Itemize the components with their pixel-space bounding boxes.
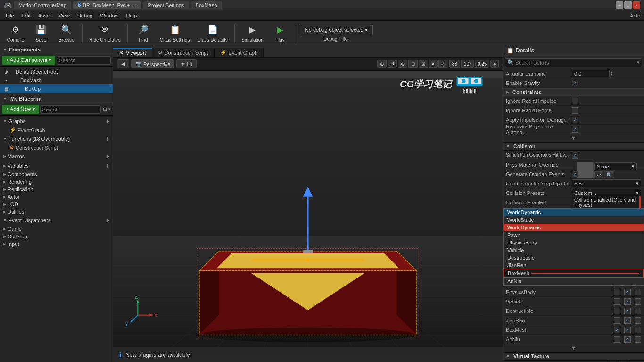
- menu-debug[interactable]: Debug: [74, 12, 96, 19]
- bp-group-components[interactable]: ▶ Components: [0, 170, 113, 178]
- bp-group-macros[interactable]: ▶ Macros +: [0, 152, 113, 161]
- class-defaults-button[interactable]: 📄 Class Defaults: [195, 21, 231, 44]
- dropdown-vehicle[interactable]: Vehicle: [504, 246, 644, 254]
- bp-group-functions[interactable]: ▼ Functions (18 Overridable) +: [0, 134, 113, 143]
- blueprint-search-input[interactable]: [42, 107, 99, 112]
- generate-overlap-checkbox[interactable]: ✓: [572, 171, 578, 177]
- jr-cb2[interactable]: ✓: [624, 317, 631, 324]
- vp-icon-6[interactable]: ●: [429, 60, 438, 68]
- macros-add-button[interactable]: +: [106, 152, 110, 160]
- dropdown-physicsbody[interactable]: PhysicsBody: [504, 239, 644, 246]
- dest-cb3[interactable]: [635, 308, 641, 314]
- menu-edit[interactable]: Edit: [18, 12, 34, 19]
- details-search-input[interactable]: [515, 60, 637, 66]
- blueprint-search[interactable]: [40, 105, 101, 114]
- bp-construction-script[interactable]: ⚙ ConstructionScript: [0, 143, 113, 152]
- details-search[interactable]: 🔍 ▾: [505, 58, 642, 67]
- sim-hit-checkbox[interactable]: ✓: [572, 152, 578, 159]
- find-button[interactable]: 🔎 Find: [132, 21, 155, 44]
- tab-close-bp[interactable]: ×: [133, 2, 136, 8]
- vp-icon-lod[interactable]: 4: [490, 60, 499, 68]
- component-row-boxup[interactable]: ▦ BoxUp: [0, 84, 113, 93]
- search-options-icon[interactable]: ▾: [637, 59, 640, 66]
- bp-group-game[interactable]: ▶ Game: [0, 225, 113, 233]
- dropdown-anniu[interactable]: AnNiu: [504, 278, 644, 285]
- minimize-button[interactable]: ─: [616, 1, 623, 9]
- dropdown-jianren[interactable]: JianRen: [504, 261, 644, 269]
- bp-group-utilities[interactable]: ▶ Utilities: [0, 208, 113, 216]
- tab-motion-controller[interactable]: MotionControllerMap: [14, 1, 71, 9]
- vp-icon-4[interactable]: ⊡: [408, 60, 418, 68]
- add-component-button[interactable]: + Add Component ▾: [2, 56, 55, 65]
- can-step-dropdown[interactable]: Yes ▾: [572, 179, 641, 187]
- browse-button[interactable]: 🔍 Browse: [55, 21, 78, 44]
- veh-cb1[interactable]: [614, 298, 620, 305]
- bp-group-lod[interactable]: ▶ LOD: [0, 201, 113, 208]
- components-header[interactable]: ▼ Components: [0, 45, 113, 54]
- vp-icon-1[interactable]: ⊕: [377, 60, 387, 68]
- component-search-input[interactable]: [59, 58, 108, 63]
- veh-cb2[interactable]: ✓: [624, 298, 631, 305]
- debug-object-button[interactable]: No debug object selected ▾: [300, 25, 373, 35]
- constraints-section[interactable]: ▶ Constraints: [503, 88, 644, 96]
- viewport-canvas[interactable]: X Z Y CG学习笔记: [113, 71, 503, 362]
- add-new-button[interactable]: + Add New ▾: [2, 105, 39, 114]
- dest-cb2[interactable]: ✓: [624, 308, 631, 314]
- component-row-scene-root[interactable]: ⊕ DefaultSceneRoot: [0, 67, 113, 76]
- bp-group-actor[interactable]: ▶ Actor: [0, 193, 113, 201]
- vp-icon-7[interactable]: ◎: [438, 60, 448, 68]
- pb-cb2[interactable]: ✓: [624, 289, 631, 295]
- collision-section-title[interactable]: ▼ Collision: [503, 142, 644, 151]
- ignore-radial-impulse-checkbox[interactable]: [572, 98, 578, 104]
- bp-view-icon[interactable]: ⊞: [103, 106, 107, 112]
- dropdown-worlddynamic-2[interactable]: WorldDynamic: [504, 224, 644, 231]
- vp-icon-3[interactable]: ⊕: [398, 60, 407, 68]
- lit-button[interactable]: ☀ Lit: [176, 59, 197, 68]
- pb-cb1[interactable]: [614, 289, 620, 295]
- an-cb2[interactable]: ✓: [624, 336, 631, 343]
- an-cb3[interactable]: [635, 336, 641, 343]
- component-row-boxmash[interactable]: ▪ BoxMash: [0, 76, 113, 84]
- simulation-button[interactable]: ▶ Simulation: [239, 21, 266, 44]
- virtual-texture-section[interactable]: ▼ Virtual Texture: [503, 352, 644, 361]
- dropdown-boxmesh[interactable]: BoxMesh: [504, 269, 644, 278]
- variables-add-button[interactable]: +: [106, 162, 110, 169]
- bp-group-variables[interactable]: ▶ Variables +: [0, 161, 113, 170]
- bp-event-graph[interactable]: ⚡ EventGraph: [0, 126, 113, 134]
- dispatchers-add-button[interactable]: +: [106, 217, 110, 224]
- play-button[interactable]: ▶ Play: [268, 21, 292, 44]
- veh-cb3[interactable]: [635, 298, 641, 305]
- menu-asset[interactable]: Asset: [34, 12, 55, 19]
- menu-window[interactable]: Window: [96, 12, 122, 19]
- enable-gravity-checkbox[interactable]: ✓: [572, 80, 578, 86]
- pb-cb3[interactable]: [635, 289, 641, 295]
- dropdown-pawn[interactable]: Pawn: [504, 231, 644, 239]
- vp-icon-grid[interactable]: 88: [449, 60, 460, 68]
- class-settings-button[interactable]: 📋 Class Settings: [157, 21, 193, 44]
- ignore-radial-force-checkbox[interactable]: [572, 107, 578, 114]
- scroll-down-icon[interactable]: ▼: [571, 135, 576, 141]
- angular-damping-input[interactable]: [572, 70, 610, 77]
- tab-boxmash[interactable]: BoxMash: [191, 1, 222, 9]
- bp-group-graphs[interactable]: ▼ Graphs +: [0, 117, 113, 126]
- functions-add-button[interactable]: +: [106, 135, 110, 143]
- menu-help[interactable]: Help: [122, 12, 140, 19]
- blueprint-header[interactable]: ▼ My Blueprint: [0, 94, 113, 103]
- jr-cb1[interactable]: [614, 317, 620, 324]
- bp-group-rendering[interactable]: ▶ Rendering: [0, 178, 113, 185]
- menu-view[interactable]: View: [55, 12, 74, 19]
- dropdown-worldstatic[interactable]: WorldStatic: [504, 216, 644, 224]
- component-search[interactable]: [57, 56, 111, 65]
- dropdown-worlddynamic-top[interactable]: WorldDynamic: [504, 209, 644, 216]
- dest-cb1[interactable]: [614, 308, 620, 314]
- tab-bp-boxmesh[interactable]: B BP_BoxMesh_Red+ ×: [73, 1, 141, 9]
- object-type-dropdown[interactable]: WorldDynamic WorldStatic WorldDynamic Pa…: [503, 208, 644, 286]
- bp-group-replication[interactable]: ▶ Replication: [0, 185, 113, 193]
- bp-group-input[interactable]: ▶ Input: [0, 240, 113, 248]
- vp-icon-2[interactable]: ↺: [388, 60, 397, 68]
- hide-unrelated-button[interactable]: 👁 Hide Unrelated: [86, 21, 124, 44]
- maximize-button[interactable]: □: [624, 1, 632, 9]
- jr-cb3[interactable]: [635, 317, 641, 324]
- bm-cb3[interactable]: [635, 327, 641, 333]
- tab-event-graph[interactable]: ⚡ Event Graph: [215, 48, 264, 57]
